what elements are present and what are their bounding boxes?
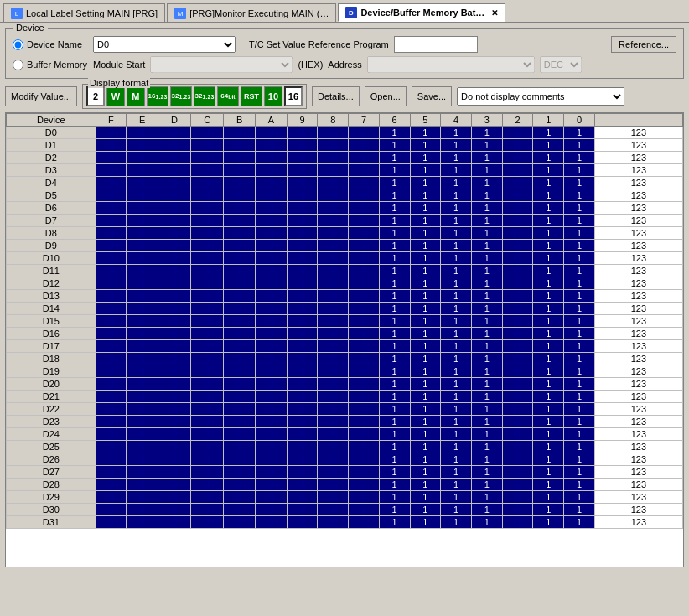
cell-bit[interactable]: 1 — [533, 265, 564, 277]
cell-bit[interactable]: 1 — [564, 378, 595, 391]
cell-bit[interactable]: 1 — [471, 466, 502, 479]
table-row[interactable]: D40000000001111011123 — [7, 177, 683, 189]
cell-bit[interactable]: 0 — [158, 516, 190, 529]
cell-bit[interactable]: 0 — [127, 353, 158, 365]
cell-bit[interactable]: 0 — [287, 416, 318, 428]
cell-bit[interactable]: 1 — [471, 479, 502, 491]
cell-bit[interactable]: 0 — [191, 177, 224, 189]
cell-bit[interactable]: 0 — [318, 139, 349, 152]
table-row[interactable]: D220000000001111011123 — [7, 403, 683, 416]
table-row[interactable]: D110000000001111011123 — [7, 265, 683, 277]
cell-bit[interactable]: 0 — [349, 504, 380, 516]
cell-bit[interactable]: 1 — [441, 277, 472, 290]
device-name-select[interactable]: D0 — [93, 36, 236, 53]
cell-bit[interactable]: 0 — [158, 177, 190, 189]
open-button[interactable]: Open... — [365, 86, 407, 106]
cell-bit[interactable]: 0 — [96, 340, 127, 353]
cell-bit[interactable]: 0 — [349, 177, 380, 189]
cell-bit[interactable]: 1 — [379, 416, 410, 428]
cell-bit[interactable]: 0 — [158, 491, 190, 504]
tab-close-button[interactable]: ✕ — [491, 8, 498, 18]
cell-bit[interactable]: 0 — [191, 252, 224, 265]
cell-bit[interactable]: 1 — [441, 479, 472, 491]
cell-bit[interactable]: 1 — [533, 365, 564, 378]
cell-bit[interactable]: 0 — [502, 277, 533, 290]
cell-bit[interactable]: 1 — [410, 403, 441, 416]
cell-bit[interactable]: 0 — [349, 441, 380, 453]
cell-bit[interactable]: 1 — [533, 152, 564, 164]
cell-bit[interactable]: 1 — [564, 303, 595, 315]
cell-bit[interactable]: 0 — [287, 189, 318, 202]
table-row[interactable]: D150000000001111011123 — [7, 315, 683, 328]
cell-bit[interactable]: 1 — [564, 240, 595, 252]
table-row[interactable]: D190000000001111011123 — [7, 365, 683, 378]
cell-bit[interactable]: 0 — [287, 127, 318, 139]
cell-bit[interactable]: 1 — [564, 504, 595, 516]
cell-bit[interactable]: 0 — [191, 227, 224, 240]
cell-bit[interactable]: 0 — [349, 215, 380, 227]
cell-bit[interactable]: 0 — [191, 290, 224, 303]
cell-bit[interactable]: 0 — [349, 127, 380, 139]
details-button[interactable]: Details... — [312, 86, 360, 106]
cell-bit[interactable]: 1 — [379, 164, 410, 177]
cell-bit[interactable]: 0 — [127, 453, 158, 466]
cell-bit[interactable]: 0 — [318, 428, 349, 441]
cell-bit[interactable]: 0 — [191, 164, 224, 177]
cell-bit[interactable]: 0 — [256, 428, 288, 441]
cell-bit[interactable]: 1 — [441, 428, 472, 441]
cell-bit[interactable]: 1 — [441, 365, 472, 378]
cell-bit[interactable]: 0 — [224, 290, 256, 303]
cell-bit[interactable]: 0 — [287, 215, 318, 227]
save-button[interactable]: Save... — [412, 86, 452, 106]
cell-bit[interactable]: 0 — [127, 328, 158, 340]
cell-bit[interactable]: 1 — [533, 453, 564, 466]
cell-bit[interactable]: 0 — [224, 453, 256, 466]
cell-bit[interactable]: 1 — [410, 479, 441, 491]
cell-bit[interactable]: 0 — [502, 265, 533, 277]
cell-bit[interactable]: 0 — [318, 403, 349, 416]
cell-bit[interactable]: 0 — [191, 428, 224, 441]
cell-bit[interactable]: 0 — [502, 139, 533, 152]
cell-bit[interactable]: 0 — [191, 504, 224, 516]
cell-bit[interactable]: 0 — [349, 516, 380, 529]
cell-bit[interactable]: 0 — [127, 127, 158, 139]
cell-bit[interactable]: 0 — [349, 164, 380, 177]
cell-bit[interactable]: 0 — [224, 189, 256, 202]
cell-bit[interactable]: 1 — [410, 202, 441, 215]
cell-bit[interactable]: 0 — [318, 240, 349, 252]
cell-bit[interactable]: 1 — [410, 353, 441, 365]
cell-bit[interactable]: 0 — [256, 303, 288, 315]
cell-bit[interactable]: 1 — [564, 340, 595, 353]
cell-bit[interactable]: 0 — [287, 328, 318, 340]
cell-bit[interactable]: 0 — [318, 328, 349, 340]
cell-bit[interactable]: 0 — [502, 164, 533, 177]
cell-bit[interactable]: 0 — [224, 353, 256, 365]
cell-bit[interactable]: 0 — [127, 391, 158, 403]
cell-bit[interactable]: 0 — [224, 252, 256, 265]
cell-bit[interactable]: 0 — [349, 252, 380, 265]
cell-bit[interactable]: 1 — [564, 479, 595, 491]
comments-dropdown[interactable]: Do not display comments Display comments — [457, 87, 624, 106]
cell-bit[interactable]: 0 — [158, 328, 190, 340]
dec-select[interactable]: DEC — [540, 56, 582, 73]
cell-bit[interactable]: 0 — [287, 277, 318, 290]
cell-bit[interactable]: 0 — [502, 416, 533, 428]
cell-bit[interactable]: 1 — [379, 315, 410, 328]
cell-bit[interactable]: 1 — [441, 340, 472, 353]
cell-bit[interactable]: 1 — [410, 189, 441, 202]
cell-bit[interactable]: 1 — [564, 127, 595, 139]
cell-bit[interactable]: 1 — [441, 491, 472, 504]
cell-bit[interactable]: 1 — [533, 428, 564, 441]
cell-bit[interactable]: 0 — [158, 428, 190, 441]
cell-bit[interactable]: 1 — [533, 277, 564, 290]
cell-bit[interactable]: 1 — [471, 177, 502, 189]
table-row[interactable]: D140000000001111011123 — [7, 303, 683, 315]
cell-bit[interactable]: 0 — [256, 202, 288, 215]
table-row[interactable]: D230000000001111011123 — [7, 416, 683, 428]
cell-bit[interactable]: 1 — [533, 215, 564, 227]
fmt-btn-10[interactable]: 10 — [264, 86, 282, 106]
cell-bit[interactable]: 1 — [410, 416, 441, 428]
cell-bit[interactable]: 0 — [349, 315, 380, 328]
table-row[interactable]: D280000000001111011123 — [7, 479, 683, 491]
cell-bit[interactable]: 0 — [96, 328, 127, 340]
